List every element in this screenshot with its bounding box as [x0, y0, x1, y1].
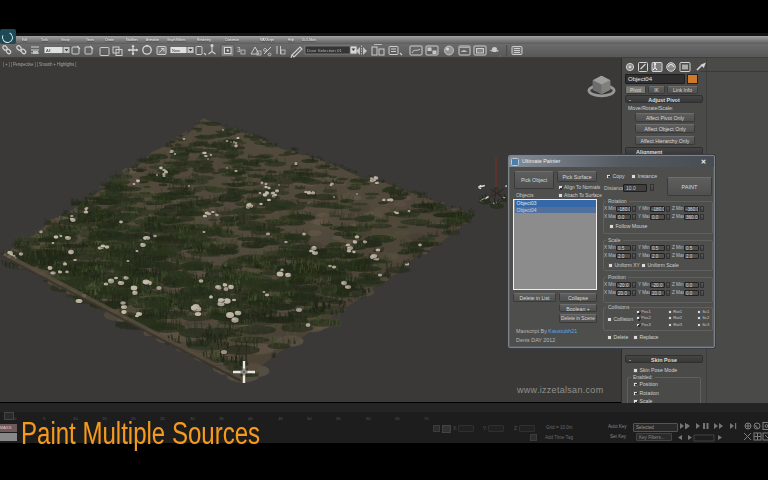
- svg-text:3: 3: [237, 46, 241, 53]
- svg-text:,: ,: [500, 52, 501, 57]
- svg-text:New: New: [172, 48, 180, 53]
- svg-text:Door Selection 01: Door Selection 01: [307, 48, 342, 53]
- svg-text:All: All: [46, 48, 51, 53]
